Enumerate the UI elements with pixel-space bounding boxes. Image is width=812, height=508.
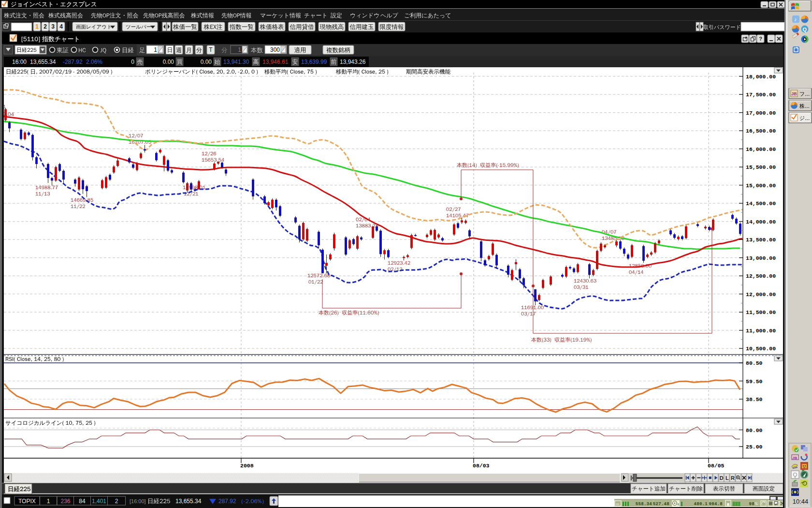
svg-text:16:00: 16:00 (12, 59, 27, 65)
svg-text:1: 1 (154, 46, 157, 53)
svg-text:2: 2 (44, 23, 47, 30)
svg-text:2: 2 (115, 498, 118, 505)
svg-text:15,000.00: 15,000.00 (746, 182, 776, 189)
svg-text:17,500.00: 17,500.00 (746, 91, 776, 98)
svg-text:13,655.34: 13,655.34 (30, 59, 56, 65)
svg-text:236: 236 (60, 498, 70, 505)
svg-text:300: 300 (270, 46, 280, 53)
svg-text:08/05: 08/05 (708, 463, 725, 469)
svg-text:JB: JB (792, 456, 797, 460)
svg-text:08/03: 08/03 (473, 463, 490, 469)
svg-text:1: 1 (35, 23, 39, 30)
svg-text:10:44: 10:44 (793, 498, 809, 505)
svg-text:0: 0 (131, 59, 134, 65)
svg-text:2.06%: 2.06% (86, 59, 102, 65)
svg-text:1,401: 1,401 (92, 498, 106, 505)
svg-text:D: D (720, 475, 724, 481)
svg-text:00: 00 (616, 503, 620, 506)
svg-text:84: 84 (79, 498, 86, 505)
svg-text:16,000.00: 16,000.00 (746, 146, 776, 152)
svg-text:13,000.00: 13,000.00 (746, 255, 776, 261)
svg-text:4: 4 (59, 23, 63, 30)
svg-text:%: % (755, 502, 758, 507)
svg-text:4: 4 (677, 503, 679, 507)
svg-text:80.50: 80.50 (746, 360, 763, 366)
svg-text:Q: Q (803, 27, 807, 32)
svg-text:[16:00]: [16:00] (130, 498, 146, 504)
svg-text:527.48: 527.48 (653, 502, 669, 507)
svg-text:13,639.99: 13,639.99 (301, 59, 327, 65)
svg-text:13,946.61: 13,946.61 (262, 59, 289, 65)
svg-text:1: 1 (47, 498, 50, 505)
svg-text:59.50: 59.50 (746, 378, 763, 385)
svg-text:25.00: 25.00 (746, 444, 763, 450)
svg-text:98: 98 (749, 502, 754, 507)
svg-text:L: L (725, 475, 729, 481)
svg-text:80.00: 80.00 (746, 427, 763, 433)
svg-text:11,500.00: 11,500.00 (746, 309, 776, 315)
svg-text:JB: JB (791, 91, 797, 96)
svg-text:904.8: 904.8 (709, 502, 723, 507)
svg-text:T: T (209, 46, 213, 53)
svg-text:16,500.00: 16,500.00 (746, 128, 776, 134)
svg-text:-287.92: -287.92 (63, 59, 83, 65)
svg-text:2008: 2008 (240, 463, 254, 469)
svg-text:12,500.00: 12,500.00 (746, 273, 776, 279)
svg-text:480.1: 480.1 (694, 502, 708, 507)
svg-text:♪: ♪ (794, 16, 797, 22)
svg-text:11,000.00: 11,000.00 (746, 328, 776, 334)
svg-text:13,941.30: 13,941.30 (223, 59, 249, 65)
svg-text:12,000.00: 12,000.00 (746, 291, 776, 298)
svg-text:?: ? (759, 36, 762, 42)
svg-text:1: 1 (238, 46, 241, 53)
svg-text:R: R (731, 475, 735, 481)
svg-text:287.92: 287.92 (218, 498, 236, 505)
svg-text:13,655.34: 13,655.34 (175, 498, 202, 505)
svg-text:10,500.00: 10,500.00 (746, 345, 776, 352)
svg-text:13,500.00: 13,500.00 (746, 237, 776, 243)
svg-text:18,000.00: 18,000.00 (746, 74, 776, 80)
svg-text:13,943.26: 13,943.26 (340, 59, 366, 65)
svg-text:TOPIX: TOPIX (18, 498, 36, 505)
svg-text:38.50: 38.50 (746, 396, 763, 403)
svg-text:3: 3 (51, 23, 55, 30)
svg-text:14,000.00: 14,000.00 (746, 219, 776, 225)
svg-text:558.34: 558.34 (636, 502, 652, 507)
svg-text:14,500.00: 14,500.00 (746, 200, 776, 207)
svg-text:0.00: 0.00 (201, 59, 212, 65)
svg-text:15,500.00: 15,500.00 (746, 164, 776, 170)
svg-text:17,000.00: 17,000.00 (746, 110, 776, 116)
svg-text:0.00: 0.00 (163, 59, 174, 65)
